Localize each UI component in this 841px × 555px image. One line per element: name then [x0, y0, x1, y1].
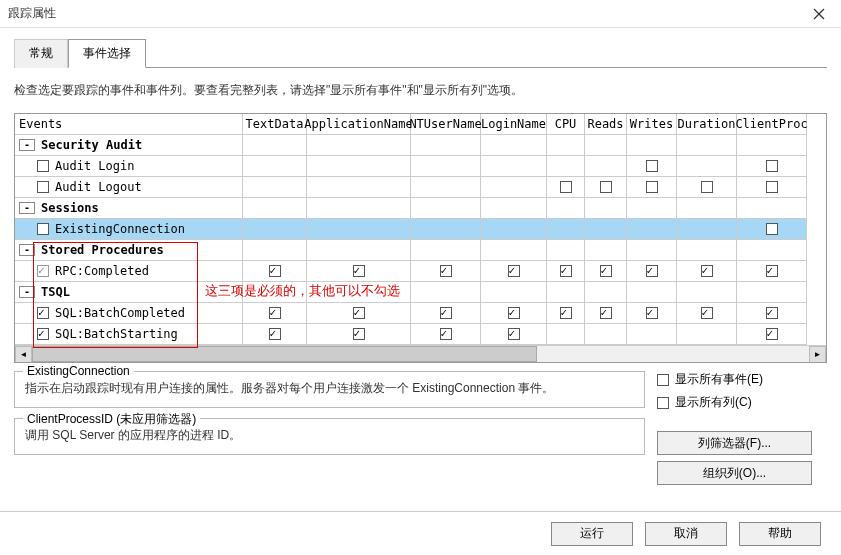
cell[interactable] [243, 135, 307, 156]
cell-checkbox[interactable] [508, 307, 520, 319]
cell-checkbox[interactable] [600, 181, 612, 193]
cell[interactable] [585, 303, 627, 324]
cell[interactable] [585, 324, 627, 345]
cell[interactable] [481, 198, 547, 219]
event-checkbox[interactable] [37, 307, 49, 319]
cell[interactable] [243, 240, 307, 261]
col-header-cpu[interactable]: CPU [547, 114, 585, 135]
cell[interactable] [627, 324, 677, 345]
cell[interactable] [677, 135, 737, 156]
col-header-applicationname[interactable]: ApplicationName [307, 114, 411, 135]
cell[interactable] [627, 156, 677, 177]
run-button[interactable]: 运行 [551, 522, 633, 546]
cell[interactable] [737, 324, 807, 345]
cell[interactable] [737, 219, 807, 240]
cell[interactable] [547, 303, 585, 324]
col-header-events[interactable]: Events [15, 114, 243, 135]
cell[interactable] [481, 303, 547, 324]
cell[interactable] [481, 156, 547, 177]
cell-checkbox[interactable] [560, 265, 572, 277]
cell[interactable] [547, 324, 585, 345]
cell-checkbox[interactable] [560, 307, 572, 319]
expand-toggle[interactable]: - [19, 139, 35, 151]
cell-checkbox[interactable] [766, 181, 778, 193]
event-row[interactable]: Audit Login [15, 156, 243, 177]
cell[interactable] [585, 156, 627, 177]
cell[interactable] [677, 219, 737, 240]
cell[interactable] [737, 156, 807, 177]
cell-checkbox[interactable] [600, 307, 612, 319]
cell[interactable] [585, 240, 627, 261]
cell[interactable] [307, 219, 411, 240]
cell[interactable] [307, 156, 411, 177]
cell[interactable] [307, 240, 411, 261]
tab-general[interactable]: 常规 [14, 39, 68, 68]
cell[interactable] [307, 261, 411, 282]
cell[interactable] [481, 261, 547, 282]
cell[interactable] [677, 282, 737, 303]
cell[interactable] [243, 324, 307, 345]
cell[interactable] [585, 198, 627, 219]
cell[interactable] [481, 177, 547, 198]
cell-checkbox[interactable] [440, 307, 452, 319]
cell[interactable] [677, 261, 737, 282]
cell-checkbox[interactable] [766, 223, 778, 235]
cell-checkbox[interactable] [701, 265, 713, 277]
cell[interactable] [677, 240, 737, 261]
cell-checkbox[interactable] [646, 265, 658, 277]
cell[interactable] [411, 240, 481, 261]
cell[interactable] [243, 303, 307, 324]
cell-checkbox[interactable] [701, 181, 713, 193]
cell[interactable] [547, 261, 585, 282]
cell-checkbox[interactable] [269, 307, 281, 319]
cell[interactable] [585, 135, 627, 156]
event-checkbox[interactable] [37, 223, 49, 235]
cell[interactable] [411, 261, 481, 282]
cell[interactable] [627, 177, 677, 198]
show-all-events-checkbox[interactable] [657, 374, 669, 386]
cell[interactable] [677, 198, 737, 219]
cell[interactable] [627, 135, 677, 156]
cell[interactable] [585, 261, 627, 282]
cell[interactable] [307, 324, 411, 345]
cell[interactable] [243, 261, 307, 282]
col-header-loginname[interactable]: LoginName [481, 114, 547, 135]
cell[interactable] [737, 240, 807, 261]
cell[interactable] [627, 219, 677, 240]
scroll-right-button[interactable]: ► [809, 346, 826, 363]
cell[interactable] [737, 282, 807, 303]
event-row[interactable]: ExistingConnection [15, 219, 243, 240]
cell[interactable] [737, 303, 807, 324]
event-row[interactable]: Audit Logout [15, 177, 243, 198]
cell-checkbox[interactable] [269, 265, 281, 277]
cell-checkbox[interactable] [353, 307, 365, 319]
cell-checkbox[interactable] [701, 307, 713, 319]
cell[interactable] [481, 219, 547, 240]
cell-checkbox[interactable] [269, 328, 281, 340]
cell[interactable] [737, 261, 807, 282]
category-row[interactable]: -Stored Procedures [15, 240, 243, 261]
cell-checkbox[interactable] [766, 265, 778, 277]
cell-checkbox[interactable] [508, 328, 520, 340]
cell[interactable] [737, 177, 807, 198]
cell[interactable] [243, 198, 307, 219]
help-button[interactable]: 帮助 [739, 522, 821, 546]
col-header-textdata[interactable]: TextData [243, 114, 307, 135]
close-button[interactable] [796, 0, 841, 28]
cell[interactable] [411, 135, 481, 156]
cell-checkbox[interactable] [646, 160, 658, 172]
cell[interactable] [585, 282, 627, 303]
cell[interactable] [481, 240, 547, 261]
organize-columns-button[interactable]: 组织列(O)... [657, 461, 812, 485]
category-row[interactable]: -Security Audit [15, 135, 243, 156]
scroll-thumb[interactable] [32, 346, 537, 362]
cell-checkbox[interactable] [766, 160, 778, 172]
column-filter-button[interactable]: 列筛选器(F)... [657, 431, 812, 455]
show-all-cols-checkbox[interactable] [657, 397, 669, 409]
col-header-writes[interactable]: Writes [627, 114, 677, 135]
expand-toggle[interactable]: - [19, 202, 35, 214]
cell[interactable] [411, 303, 481, 324]
cell[interactable] [547, 198, 585, 219]
cell[interactable] [481, 282, 547, 303]
cell-checkbox[interactable] [560, 181, 572, 193]
